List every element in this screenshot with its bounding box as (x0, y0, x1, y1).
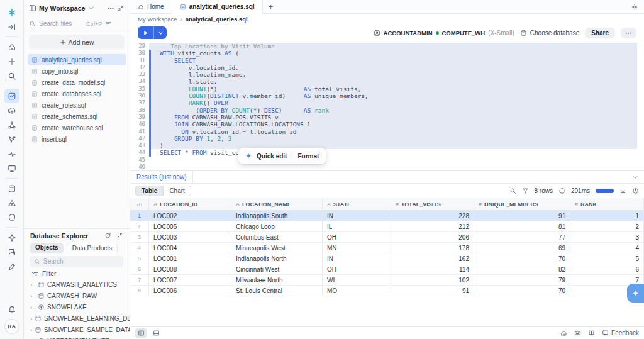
code-line[interactable]: 46 (130, 164, 644, 170)
copilot-cursor-icon[interactable] (4, 132, 19, 147)
table-cell[interactable]: 3 (570, 232, 644, 242)
table-cell[interactable]: LOC006 (149, 286, 231, 296)
collapse-results-chevron-icon[interactable] (626, 171, 644, 183)
filter-results-icon[interactable] (522, 187, 529, 194)
table-cell[interactable]: Indianapolis South (231, 211, 323, 221)
quick-edit-button[interactable]: Quick edit (257, 153, 287, 160)
format-button[interactable]: Format (297, 153, 319, 160)
keyboard-shortcuts-icon[interactable] (574, 330, 581, 336)
code-line[interactable]: 37 RANK() OVER (130, 99, 644, 106)
table-cell[interactable]: Cincinnati West (231, 264, 323, 274)
code-line[interactable]: 34 l.state, (130, 78, 644, 85)
settings-gear-icon[interactable] (625, 0, 644, 13)
table-cell[interactable]: LOC001 (149, 253, 231, 264)
tab-data-products[interactable]: Data Products (67, 243, 118, 253)
refresh-icon[interactable] (104, 232, 111, 239)
code-line[interactable]: 39 FROM CARWASH_RAW.POS.VISITS v (130, 114, 644, 121)
table-cell[interactable]: LOC008 (149, 264, 231, 274)
code-line[interactable]: 29-- Top Locations by Visit Volume (130, 43, 644, 50)
org-network-icon[interactable] (4, 118, 19, 132)
table-cell[interactable]: MN (323, 243, 391, 253)
code-line[interactable]: 30WITH visit_counts AS ( (130, 50, 644, 57)
tab-objects[interactable]: Objects (30, 243, 64, 253)
collapse-panel-icon[interactable] (116, 232, 123, 239)
worksheets-icon[interactable] (4, 89, 19, 103)
column-header[interactable]: #TOTAL_VISITS (391, 198, 474, 210)
table-row[interactable]: 5LOC001Indianapolis NorthIN162705 (130, 253, 644, 264)
notifications-bell-icon[interactable] (4, 302, 19, 316)
expand-chevron-icon[interactable]: › (30, 282, 35, 288)
table-cell[interactable]: 1 (570, 211, 644, 221)
column-header[interactable]: ALOCATION_ID (149, 198, 231, 210)
download-icon[interactable] (619, 187, 626, 194)
table-cell[interactable]: 114 (391, 264, 474, 274)
table-cell[interactable]: Milwaukee North (231, 275, 323, 285)
table-cell[interactable]: 6 (570, 264, 644, 274)
database-tree-item[interactable]: ›CARWASH_RAW (28, 291, 126, 302)
table-cell[interactable]: 102 (391, 275, 474, 285)
table-cell[interactable]: 81 (474, 221, 570, 231)
expand-chevron-icon[interactable]: › (30, 327, 32, 333)
breadcrumb-parent[interactable]: My Workspace (138, 16, 177, 23)
ink-pen-icon[interactable] (4, 259, 19, 274)
view-chart-button[interactable]: Chart (164, 186, 191, 196)
table-cell[interactable]: 79 (474, 275, 570, 285)
expand-chevron-icon[interactable]: › (30, 316, 32, 322)
user-avatar[interactable]: RA (4, 319, 19, 334)
table-cell[interactable]: LOC007 (149, 275, 231, 285)
info-icon[interactable] (558, 187, 565, 194)
history-clock-icon[interactable] (632, 187, 639, 194)
database-tree-item[interactable]: ›SNOWFLAKE_LEARNING_DB (28, 313, 126, 325)
chevron-down-icon[interactable] (87, 4, 95, 12)
query-progress-bar[interactable] (596, 189, 614, 193)
table-cell[interactable]: 2 (570, 221, 644, 231)
table-row[interactable]: 7LOC007Milwaukee NorthWI102797 (130, 275, 644, 286)
database-tree-item[interactable]: ›SNOWFLAKE_SAMPLE_DATA (28, 325, 126, 336)
file-search-input[interactable] (39, 20, 83, 27)
file-item[interactable]: copy_into.sql (28, 65, 126, 77)
code-line[interactable]: 44SELECT * FROM visit_counts (130, 149, 644, 156)
search-results-icon[interactable] (509, 187, 516, 194)
expand-chevron-icon[interactable]: › (30, 304, 35, 311)
table-cell[interactable]: LOC002 (149, 211, 231, 221)
table-cell[interactable]: 4 (570, 243, 644, 253)
add-new-button[interactable]: Add new (29, 35, 125, 49)
databases-icon[interactable] (4, 181, 19, 196)
code-line[interactable]: 42 GROUP BY 1, 2, 3 (130, 135, 644, 142)
database-tree-item[interactable]: ›CARWASH_ANALYTICS (28, 279, 126, 291)
database-tree-item[interactable]: ›SNOWFLAKE (28, 302, 126, 313)
table-cell[interactable]: Columbus East (231, 232, 323, 242)
file-item[interactable]: create_databases.sql (28, 88, 126, 99)
spark-icon[interactable] (4, 230, 19, 245)
file-item[interactable]: insert.sql (28, 133, 126, 145)
table-cell[interactable]: IN (323, 253, 391, 264)
table-cell[interactable]: 162 (391, 253, 474, 264)
table-cell[interactable]: MO (323, 286, 391, 296)
tab-analytical-queries[interactable]: analytical_queries.sql (172, 0, 263, 14)
table-row[interactable]: 4LOC004Minneapolis WestMN178694 (130, 243, 644, 253)
column-header[interactable]: ALOCATION_NAME (231, 198, 323, 210)
create-new-icon[interactable] (4, 54, 19, 69)
choose-database-button[interactable]: Choose database (520, 30, 579, 36)
tab-home[interactable]: Home (130, 0, 172, 13)
table-cell[interactable]: 82 (474, 264, 570, 274)
more-options-icon[interactable] (107, 4, 114, 12)
collapse-sidebar-icon[interactable] (4, 19, 19, 34)
code-line[interactable]: 38 (ORDER BY COUNT(*) DESC) AS rank (130, 107, 644, 114)
table-cell[interactable]: LOC005 (149, 221, 231, 231)
table-cell[interactable]: Chicago Loop (231, 221, 323, 231)
table-cell[interactable]: 5 (570, 253, 644, 264)
code-line[interactable]: 33 l.location_name, (130, 71, 644, 78)
table-row[interactable]: 6LOC008Cincinnati WestOH114826 (130, 264, 644, 275)
table-cell[interactable]: 212 (391, 221, 474, 231)
more-actions-button[interactable]: ⋯ (621, 28, 636, 38)
chat-icon[interactable] (4, 245, 19, 259)
file-item[interactable]: analytical_queries.sql (28, 54, 126, 65)
table-cell[interactable]: 91 (391, 286, 474, 296)
code-line[interactable]: 32 v.location_id, (130, 64, 644, 71)
table-cell[interactable]: IL (323, 221, 391, 231)
table-row[interactable]: 1LOC002Indianapolis SouthIN228911 (130, 211, 644, 221)
table-cell[interactable]: Minneapolis West (231, 243, 323, 253)
table-cell[interactable]: 206 (391, 232, 474, 242)
workspace-title[interactable]: My Workspace (39, 4, 85, 12)
